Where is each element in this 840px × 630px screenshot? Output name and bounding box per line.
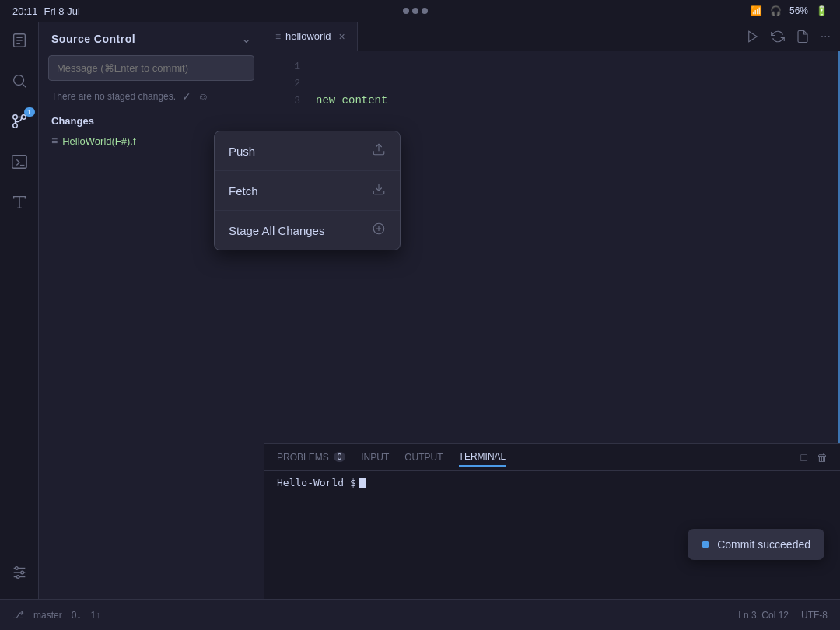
fetch-icon <box>372 182 386 199</box>
svg-point-8 <box>21 115 26 120</box>
code-line-1: 1 <box>264 58 840 75</box>
line-number-3: 3 <box>277 95 300 107</box>
sidebar-title: Source Control <box>51 33 135 45</box>
emoji-icon[interactable]: ☺ <box>198 90 208 103</box>
staged-info-text: There are no staged changes. <box>51 91 176 102</box>
dropdown-item-stage-all[interactable]: Stage All Changes <box>215 211 400 250</box>
stage-all-icon <box>372 222 386 239</box>
output-label: OUTPUT <box>404 452 443 463</box>
status-bar-center <box>403 8 428 14</box>
sync-up: 1↑ <box>90 610 100 621</box>
date: Fri 8 Jul <box>44 5 80 17</box>
refresh-button[interactable] <box>771 30 785 44</box>
wifi-icon: 📶 <box>751 5 762 16</box>
activity-bar: 1 <box>0 22 39 599</box>
panel-maximize-icon[interactable]: □ <box>801 451 807 464</box>
bottom-bar: ⎇ master 0↓ 1↑ Ln 3, Col 12 UTF-8 <box>0 599 840 630</box>
time: 20:11 <box>12 5 38 17</box>
commit-message-input[interactable] <box>48 55 254 81</box>
file-name: HelloWorld(F#).f <box>62 135 225 147</box>
tab-close-icon[interactable]: × <box>339 30 345 43</box>
branch-name[interactable]: master <box>33 610 62 621</box>
panel-tabs: PROBLEMS 0 INPUT OUTPUT TERMINAL □ 🗑 <box>264 444 840 471</box>
panel-tab-input[interactable]: INPUT <box>361 449 389 466</box>
cursor-position: Ln 3, Col 12 <box>738 610 789 621</box>
svg-point-7 <box>12 115 17 120</box>
check-icon[interactable]: ✓ <box>182 90 191 103</box>
battery-icon: 🔋 <box>816 5 828 16</box>
panel-actions: □ 🗑 <box>801 451 828 464</box>
activity-icon-terminal[interactable] <box>9 151 30 173</box>
fetch-label: Fetch <box>229 184 258 198</box>
toast-message: Commit succeeded <box>717 538 810 551</box>
bottom-bar-right: Ln 3, Col 12 UTF-8 <box>738 610 828 621</box>
run-button[interactable] <box>746 30 760 44</box>
push-icon <box>372 142 386 159</box>
branch-icon: ⎇ <box>12 609 24 621</box>
sync-down: 0↓ <box>72 610 82 621</box>
tab-label: helloworld <box>285 30 331 42</box>
file-view-button[interactable] <box>796 30 810 44</box>
panel-close-icon[interactable]: 🗑 <box>817 451 828 464</box>
svg-point-4 <box>13 75 23 86</box>
line-content-3: new content <box>316 94 387 107</box>
sidebar-header: Source Control ⌄ <box>39 22 264 52</box>
status-bar-right: 📶 🎧 56% 🔋 <box>751 5 828 16</box>
tab-toolbar: ··· <box>358 22 840 51</box>
line-number-1: 1 <box>277 61 300 72</box>
svg-point-19 <box>16 576 19 579</box>
activity-icon-extensions[interactable] <box>9 191 30 213</box>
source-control-badge: 1 <box>24 107 35 117</box>
file-type-icon: ≡ <box>51 135 58 147</box>
svg-line-5 <box>23 84 26 87</box>
changes-title: Changes <box>39 112 264 131</box>
dropdown-item-fetch[interactable]: Fetch <box>215 171 400 211</box>
input-label: INPUT <box>361 452 389 463</box>
tab-bar: ≡ helloworld × <box>264 22 840 51</box>
main-layout: 1 <box>0 22 840 599</box>
svg-marker-20 <box>748 31 757 42</box>
line-number-2: 2 <box>277 78 300 89</box>
panel: PROBLEMS 0 INPUT OUTPUT TERMINAL □ 🗑 <box>264 443 840 599</box>
bottom-bar-left: ⎇ master 0↓ 1↑ <box>12 609 100 621</box>
encoding: UTF-8 <box>801 610 828 621</box>
stage-all-label: Stage All Changes <box>229 224 324 237</box>
activity-icon-search[interactable] <box>9 70 30 92</box>
dropdown-item-push[interactable]: Push <box>215 131 400 171</box>
activity-icon-source-control[interactable]: 1 <box>9 110 30 132</box>
code-line-3: 3 new content <box>264 92 840 109</box>
tab-file-icon: ≡ <box>275 31 281 42</box>
code-line-2: 2 <box>264 75 840 92</box>
problems-label: PROBLEMS <box>277 452 329 463</box>
svg-point-18 <box>20 571 23 574</box>
push-label: Push <box>229 145 255 158</box>
status-bar-left: 20:11 Fri 8 Jul <box>12 5 80 17</box>
activity-icon-settings[interactable] <box>9 562 30 583</box>
more-options-button[interactable]: ··· <box>821 30 831 44</box>
activity-icon-pages[interactable] <box>9 30 30 51</box>
battery-level: 56% <box>789 5 808 16</box>
svg-point-6 <box>12 124 17 128</box>
headphones-icon: 🎧 <box>770 5 782 16</box>
dropdown-menu: Push Fetch Stage All Changes <box>214 131 401 250</box>
panel-tab-problems[interactable]: PROBLEMS 0 <box>277 449 345 466</box>
problems-badge: 0 <box>334 452 346 462</box>
staged-info: There are no staged changes. ✓ ☺ <box>39 87 264 106</box>
terminal-cursor <box>359 478 366 488</box>
panel-tab-output[interactable]: OUTPUT <box>404 449 443 466</box>
toast-dot <box>702 541 709 548</box>
commit-toast: Commit succeeded <box>688 529 824 560</box>
svg-point-17 <box>15 567 18 570</box>
editor-area: ≡ helloworld × <box>264 22 840 599</box>
sidebar: Source Control ⌄ There are no staged cha… <box>39 22 264 599</box>
panel-tab-terminal[interactable]: TERMINAL <box>459 448 506 467</box>
tab-helloworld[interactable]: ≡ helloworld × <box>264 22 358 51</box>
terminal-label: TERMINAL <box>459 451 506 462</box>
terminal-prompt-text: Hello-World $ <box>277 477 356 488</box>
terminal-prompt: Hello-World $ <box>277 477 828 488</box>
status-bar: 20:11 Fri 8 Jul 📶 🎧 56% 🔋 <box>0 0 840 22</box>
sidebar-dropdown-icon[interactable]: ⌄ <box>241 31 251 46</box>
